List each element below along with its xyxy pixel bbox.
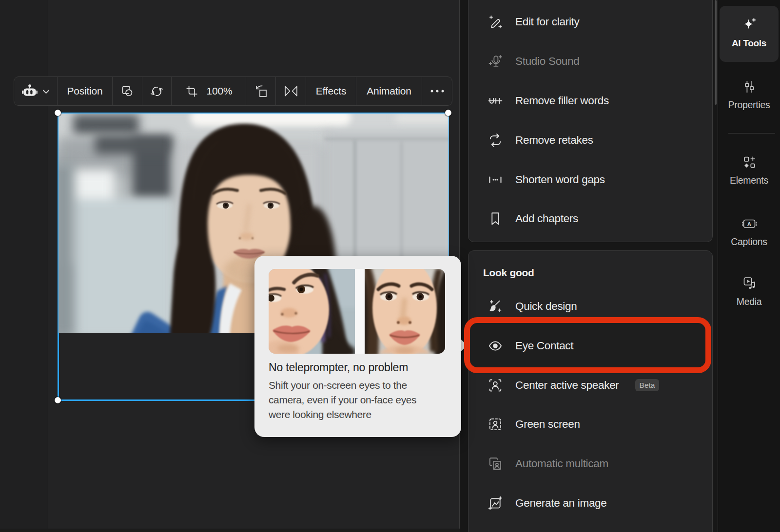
svg-text:A: A <box>747 221 751 227</box>
